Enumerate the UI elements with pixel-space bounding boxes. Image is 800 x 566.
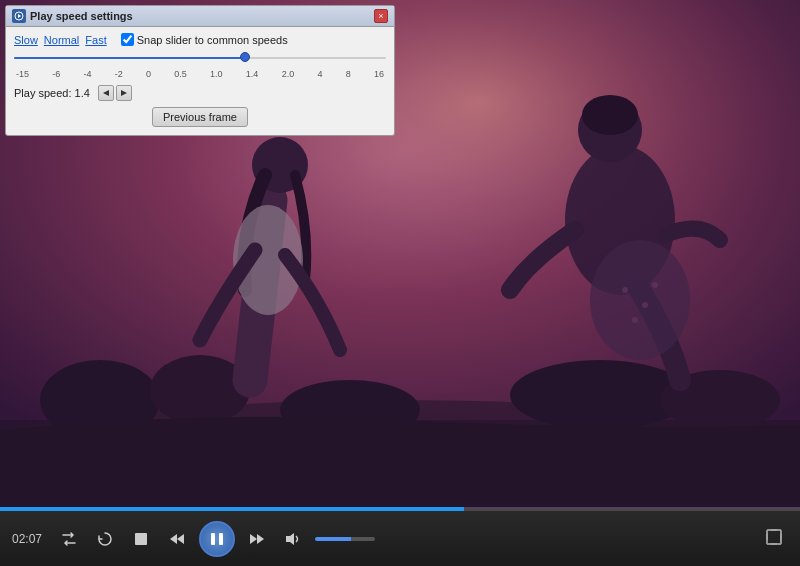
speed-settings-panel: Play speed settings × Slow Normal Fast S… — [5, 5, 395, 136]
forward-button[interactable] — [243, 525, 271, 553]
stop-button[interactable] — [127, 525, 155, 553]
panel-titlebar[interactable]: Play speed settings × — [6, 6, 394, 27]
speed-increase-button[interactable] — [116, 85, 132, 101]
slow-preset-button[interactable]: Slow — [14, 34, 38, 46]
svg-marker-27 — [286, 533, 294, 545]
rewind-button[interactable] — [163, 525, 191, 553]
play-speed-row: Play speed: 1.4 — [14, 85, 386, 101]
fullscreen-button[interactable] — [760, 525, 788, 553]
play-pause-button[interactable] — [199, 521, 235, 557]
panel-title: Play speed settings — [30, 10, 370, 22]
svg-rect-28 — [767, 530, 781, 544]
svg-marker-21 — [170, 534, 177, 544]
svg-marker-30 — [18, 14, 21, 18]
snap-checkbox[interactable] — [121, 33, 134, 46]
svg-rect-23 — [211, 533, 215, 545]
speed-slider-thumb[interactable] — [240, 52, 250, 62]
loop-button[interactable] — [91, 525, 119, 553]
svg-marker-22 — [177, 534, 184, 544]
repeat-button[interactable] — [55, 525, 83, 553]
panel-body: Slow Normal Fast Snap slider to common s… — [6, 27, 394, 135]
time-display: 02:07 — [12, 532, 47, 546]
svg-marker-31 — [103, 90, 109, 96]
normal-preset-button[interactable]: Normal — [44, 34, 79, 46]
speed-step-buttons — [98, 85, 132, 101]
prev-frame-button[interactable]: Previous frame — [152, 107, 248, 127]
panel-close-button[interactable]: × — [374, 9, 388, 23]
speed-slider-container[interactable] — [14, 51, 386, 65]
snap-label: Snap slider to common speeds — [137, 34, 288, 46]
volume-slider[interactable] — [315, 537, 375, 541]
svg-marker-25 — [250, 534, 257, 544]
svg-rect-20 — [135, 533, 147, 545]
svg-rect-24 — [219, 533, 223, 545]
speed-decrease-button[interactable] — [98, 85, 114, 101]
controls-bar: 02:07 — [0, 511, 800, 566]
svg-marker-26 — [257, 534, 264, 544]
fast-preset-button[interactable]: Fast — [85, 34, 106, 46]
play-speed-label: Play speed: 1.4 — [14, 87, 90, 99]
panel-icon — [12, 9, 26, 23]
volume-button[interactable] — [279, 525, 307, 553]
svg-marker-32 — [121, 90, 127, 96]
